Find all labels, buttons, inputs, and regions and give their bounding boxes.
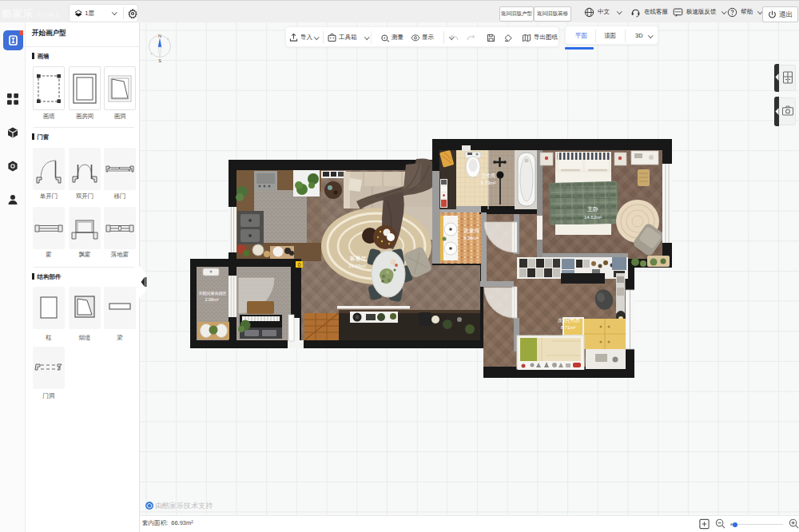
svg-text:N: N: [158, 34, 161, 38]
svg-text:S: S: [158, 58, 161, 63]
